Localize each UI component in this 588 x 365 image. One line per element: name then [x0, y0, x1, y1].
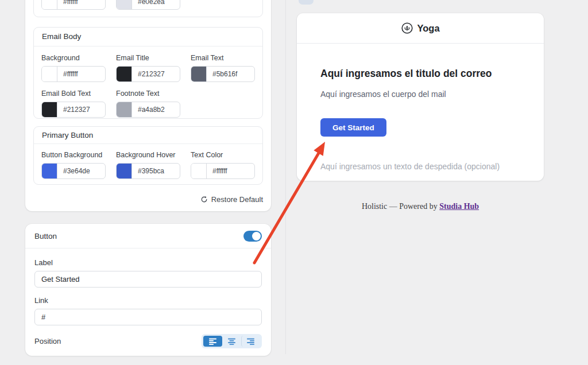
color-hex-value: #395bca	[132, 164, 180, 178]
color-picker[interactable]: #ffffff	[41, 66, 106, 82]
field-label: Background	[41, 54, 106, 62]
color-field-white[interactable]: #ffffff	[41, 0, 106, 10]
color-hex-value: #5b616f	[207, 67, 254, 81]
color-picker[interactable]: #5b616f	[191, 66, 255, 82]
color-field-button-background: Button Background #3e64de	[41, 151, 106, 179]
footer-text: Holistic — Powered by	[362, 202, 438, 211]
color-field-email-text: Email Text #5b616f	[191, 54, 255, 82]
color-picker[interactable]: #3e64de	[41, 163, 106, 179]
email-preview-card: Yoga Aquí ingresamos el titulo del corre…	[297, 13, 544, 181]
align-right-icon	[247, 338, 255, 345]
partial-color-section: #ffffff #e0e2ea	[33, 0, 263, 17]
button-label-input[interactable]	[34, 271, 262, 288]
color-hex-value: #ffffff	[57, 0, 105, 9]
field-label: Email Title	[116, 54, 180, 62]
email-body-section: Email Body Background #ffffff Email Titl…	[33, 27, 263, 119]
align-right-button[interactable]	[241, 336, 260, 347]
field-label: Footnote Text	[116, 90, 180, 98]
color-field-footnote-text: Footnote Text #a4a8b2	[116, 90, 180, 118]
color-picker[interactable]: #a4a8b2	[116, 102, 180, 118]
primary-button-section: Primary Button Button Background #3e64de…	[33, 126, 263, 185]
color-hex-value: #212327	[132, 67, 180, 81]
color-picker[interactable]: #395bca	[116, 163, 180, 179]
color-field-background: Background #ffffff	[41, 54, 106, 82]
field-label: Button Background	[41, 151, 106, 159]
align-left-button[interactable]	[203, 336, 222, 347]
align-center-icon	[228, 338, 236, 345]
color-swatch	[42, 0, 57, 9]
label-field-label: Label	[34, 258, 262, 267]
field-label: Email Bold Text	[41, 90, 106, 98]
link-field-label: Link	[34, 296, 262, 305]
button-link-input[interactable]	[34, 309, 262, 325]
refresh-icon	[200, 196, 208, 203]
color-hex-value: #a4a8b2	[132, 102, 180, 117]
brand-name: Yoga	[417, 23, 439, 34]
email-title-preview: Aquí ingresamos el titulo del correo	[320, 68, 492, 80]
section-title: Primary Button	[34, 127, 262, 144]
preview-footer: Holistic — Powered by Studia Hub	[297, 202, 544, 211]
align-left-icon	[209, 338, 217, 345]
color-swatch	[117, 0, 132, 9]
color-swatch	[117, 102, 132, 117]
section-title: Email Body	[34, 28, 262, 46]
field-label: Text Color	[191, 151, 255, 159]
color-field-email-title: Email Title #212327	[116, 54, 180, 82]
color-swatch	[191, 164, 207, 178]
farewell-text-preview: Aquí ingresamos un texto de despedida (o…	[320, 162, 500, 171]
color-picker[interactable]: #212327	[41, 102, 106, 118]
yoga-logo-icon	[401, 22, 413, 34]
color-hex-value: #ffffff	[207, 164, 254, 178]
color-hex-value: #e0e2ea	[132, 0, 180, 9]
card-title: Button	[34, 232, 57, 240]
get-started-button[interactable]: Get Started	[320, 118, 386, 137]
color-swatch	[42, 102, 57, 117]
color-field-text-color: Text Color #ffffff	[191, 151, 255, 179]
restore-default-button[interactable]: Restore Default	[200, 195, 263, 204]
color-swatch	[42, 164, 57, 178]
restore-default-label: Restore Default	[211, 195, 263, 204]
partial-toolbar-button[interactable]	[299, 0, 314, 5]
button-settings-card: Button Label Link Position	[25, 224, 271, 356]
align-center-button[interactable]	[222, 336, 241, 347]
button-enabled-toggle[interactable]	[243, 231, 262, 242]
color-field-background-hover: Background Hover #395bca	[116, 151, 180, 179]
color-swatch	[191, 67, 207, 81]
color-hex-value: #ffffff	[57, 67, 105, 81]
color-picker[interactable]: #212327	[116, 66, 180, 82]
field-label: Background Hover	[116, 151, 180, 159]
appearance-settings-card: #ffffff #e0e2ea Email Body Background #f…	[25, 0, 271, 211]
studia-hub-link[interactable]: Studia Hub	[439, 202, 479, 211]
color-swatch	[42, 67, 57, 81]
color-picker[interactable]: #ffffff	[191, 163, 255, 179]
color-field-border[interactable]: #e0e2ea	[116, 0, 180, 10]
color-field-email-bold-text: Email Bold Text #212327	[41, 90, 106, 118]
email-body-preview: Aquí ingresamos el cuerpo del mail	[320, 90, 446, 99]
toggle-knob	[252, 232, 261, 240]
color-swatch	[117, 164, 132, 178]
position-align-group	[202, 334, 262, 348]
color-hex-value: #212327	[57, 102, 105, 117]
position-label: Position	[34, 337, 61, 345]
panel-divider	[285, 0, 286, 354]
color-hex-value: #3e64de	[57, 164, 105, 178]
field-label: Email Text	[191, 54, 255, 62]
color-swatch	[117, 67, 132, 81]
